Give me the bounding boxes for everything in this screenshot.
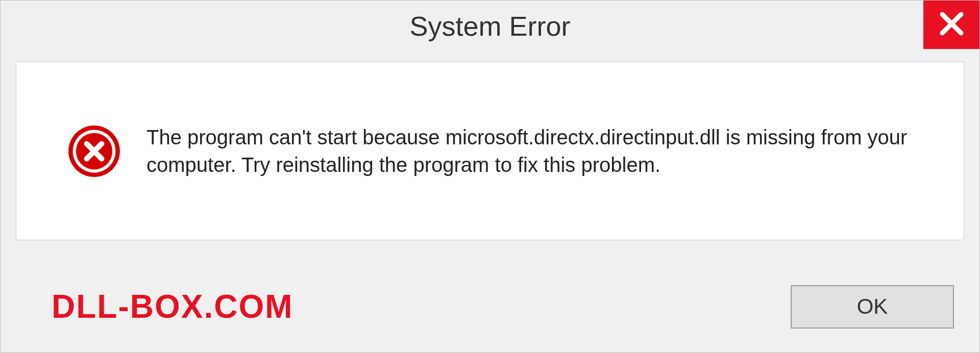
dialog-footer: DLL-BOX.COM OK bbox=[1, 261, 979, 352]
close-button[interactable] bbox=[923, 1, 979, 49]
error-message: The program can't start because microsof… bbox=[146, 123, 933, 179]
ok-button[interactable]: OK bbox=[791, 285, 954, 329]
dialog-title: System Error bbox=[409, 10, 570, 42]
close-icon bbox=[938, 10, 966, 40]
error-icon bbox=[67, 124, 121, 178]
titlebar: System Error bbox=[1, 1, 979, 52]
content-area: The program can't start because microsof… bbox=[16, 62, 964, 240]
error-dialog: System Error The program can't start bec… bbox=[0, 0, 980, 353]
watermark-text: DLL-BOX.COM bbox=[52, 288, 293, 325]
